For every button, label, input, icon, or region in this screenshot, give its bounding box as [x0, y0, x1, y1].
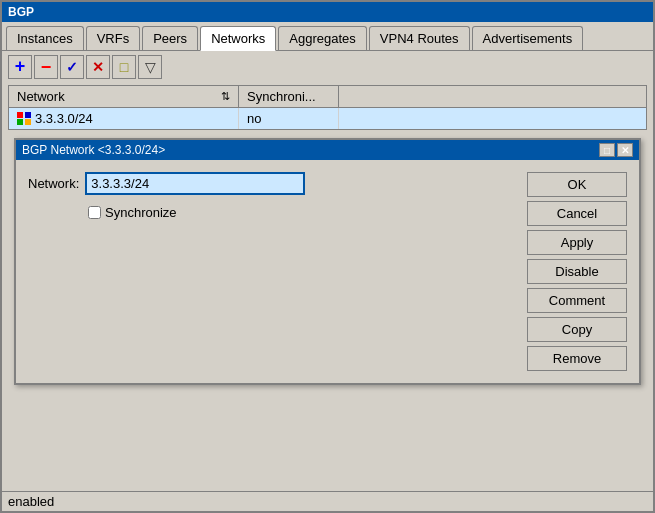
window-title: BGP — [8, 5, 34, 19]
remove-dialog-button[interactable]: Remove — [527, 346, 627, 371]
dialog-buttons: OK Cancel Apply Disable Comment Copy Rem… — [527, 172, 627, 371]
dialog-close-button[interactable]: ✕ — [617, 143, 633, 157]
network-input[interactable] — [85, 172, 305, 195]
table-row[interactable]: 3.3.3.0/24 no — [9, 108, 646, 129]
bgp-network-dialog: BGP Network <3.3.3.0/24> □ ✕ Network: Sy… — [14, 138, 641, 385]
tab-networks[interactable]: Networks — [200, 26, 276, 51]
square-button[interactable]: □ — [112, 55, 136, 79]
copy-button[interactable]: Copy — [527, 317, 627, 342]
main-window: BGP Instances VRFs Peers Networks Aggreg… — [0, 0, 655, 513]
synchronize-checkbox[interactable] — [88, 206, 101, 219]
tab-vpn4routes[interactable]: VPN4 Routes — [369, 26, 470, 50]
filter-button[interactable]: ▽ — [138, 55, 162, 79]
cancel-button[interactable]: ✕ — [86, 55, 110, 79]
comment-button[interactable]: Comment — [527, 288, 627, 313]
toolbar: + − ✓ ✕ □ ▽ — [2, 51, 653, 83]
apply-button[interactable]: Apply — [527, 230, 627, 255]
network-field-label: Network: — [28, 176, 79, 191]
status-bar: enabled — [2, 491, 653, 511]
tab-peers[interactable]: Peers — [142, 26, 198, 50]
networks-table: Network ⇅ Synchroni... 3.3.3.0/24 — [8, 85, 647, 130]
dialog-restore-button[interactable]: □ — [599, 143, 615, 157]
synchronize-label: Synchronize — [105, 205, 177, 220]
synchronize-column-header: Synchroni... — [239, 86, 339, 107]
add-button[interactable]: + — [8, 55, 32, 79]
tab-aggregates[interactable]: Aggregates — [278, 26, 367, 50]
dialog-title-bar: BGP Network <3.3.3.0/24> □ ✕ — [16, 140, 639, 160]
tab-bar: Instances VRFs Peers Networks Aggregates… — [2, 22, 653, 51]
disable-button[interactable]: Disable — [527, 259, 627, 284]
dialog-title-text: BGP Network <3.3.3.0/24> — [22, 143, 165, 157]
ok-button[interactable]: OK — [527, 172, 627, 197]
main-content: Network ⇅ Synchroni... 3.3.3.0/24 — [2, 83, 653, 491]
tab-instances[interactable]: Instances — [6, 26, 84, 50]
sort-icon: ⇅ — [221, 90, 230, 103]
network-icon — [17, 112, 31, 126]
tab-vrfs[interactable]: VRFs — [86, 26, 141, 50]
synchronize-cell: no — [239, 108, 339, 129]
dialog-title-controls: □ ✕ — [599, 143, 633, 157]
dialog-body: Network: Synchronize OK Cancel Apply Dis… — [16, 160, 639, 383]
synchronize-row: Synchronize — [88, 205, 515, 220]
check-button[interactable]: ✓ — [60, 55, 84, 79]
status-text: enabled — [8, 494, 54, 509]
table-header: Network ⇅ Synchroni... — [9, 86, 646, 108]
network-field-row: Network: — [28, 172, 515, 195]
cancel-dialog-button[interactable]: Cancel — [527, 201, 627, 226]
tab-advertisements[interactable]: Advertisements — [472, 26, 584, 50]
network-cell: 3.3.3.0/24 — [9, 108, 239, 129]
title-bar: BGP — [2, 2, 653, 22]
network-column-header: Network ⇅ — [9, 86, 239, 107]
remove-button[interactable]: − — [34, 55, 58, 79]
dialog-form: Network: Synchronize — [28, 172, 515, 371]
